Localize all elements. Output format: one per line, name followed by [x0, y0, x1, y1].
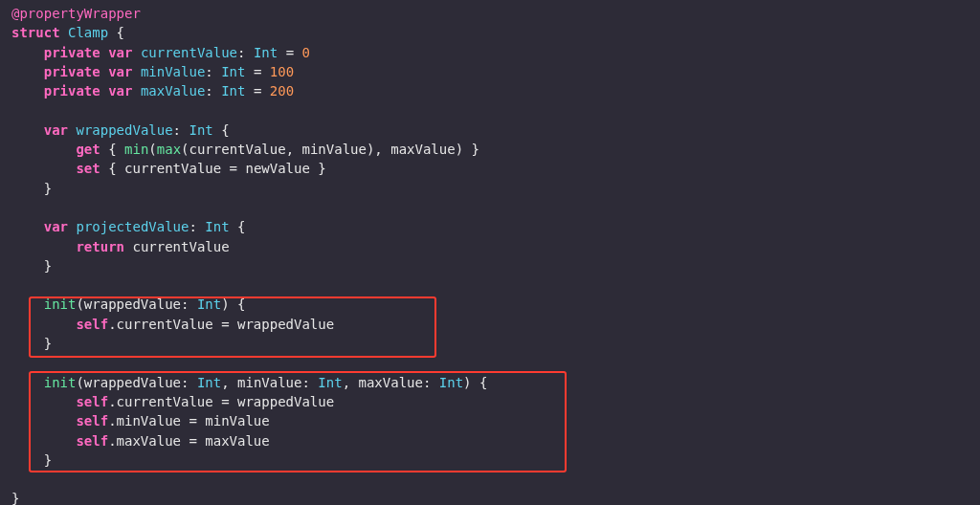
code-token: ) { — [463, 375, 487, 390]
code-token: { currentValue = newValue } — [108, 161, 326, 176]
code-token: currentValue — [132, 239, 229, 254]
code-token: : — [205, 64, 212, 79]
code-token: } — [44, 452, 52, 468]
code-token: } — [44, 181, 52, 196]
code-token: , minValue: — [221, 375, 310, 390]
code-token: 0 — [302, 45, 310, 60]
code-token: Int — [189, 122, 212, 138]
code-token: .currentValue = wrappedValue — [108, 317, 334, 332]
code-token: struct — [11, 25, 60, 40]
code-token: { — [221, 122, 229, 138]
code-token: currentValue — [141, 45, 237, 60]
code-token: , maxValue: — [343, 375, 432, 390]
code-token: Int — [221, 64, 245, 79]
code-token: } — [11, 491, 19, 505]
code-token: minValue — [141, 64, 205, 79]
code-token: Clamp — [68, 25, 108, 40]
code-token: } — [44, 336, 52, 351]
code-token: self — [76, 317, 108, 332]
code-token: @propertyWrapper — [11, 6, 141, 21]
code-token: = — [254, 83, 261, 99]
code-token: Int — [318, 375, 342, 390]
code-token: } — [44, 258, 52, 274]
code-token: : — [173, 122, 181, 138]
code-token: .currentValue = wrappedValue — [108, 394, 334, 409]
code-token: get — [76, 142, 100, 157]
code-token: { — [108, 142, 116, 157]
code-token: maxValue — [141, 83, 205, 99]
code-token: self — [76, 433, 108, 449]
code-token: private var — [44, 83, 133, 99]
code-token: Int — [205, 219, 229, 234]
code-token: Int — [439, 375, 463, 390]
code-token: var — [44, 219, 68, 234]
code-token: : — [205, 83, 212, 99]
code-token: private var — [44, 64, 133, 79]
code-token: wrappedValue — [76, 122, 172, 138]
code-token: projectedValue — [76, 219, 189, 234]
code-token: Int — [197, 375, 221, 390]
code-token: : — [189, 219, 196, 234]
code-token: = — [286, 45, 294, 60]
code-token: { — [237, 219, 245, 234]
code-token: max — [157, 142, 181, 157]
code-token: (wrappedValue: — [76, 296, 189, 312]
code-token: init — [44, 375, 77, 390]
code-token: { — [117, 25, 124, 40]
code-token: Int — [197, 296, 221, 312]
code-token: return — [76, 239, 124, 254]
code-token: init — [44, 296, 77, 312]
code-token: ( — [148, 142, 156, 157]
code-token: : — [237, 45, 245, 60]
code-token: Int — [254, 45, 278, 60]
code-token: set — [76, 161, 100, 176]
code-token: (wrappedValue: — [76, 375, 189, 390]
code-token: .minValue = minValue — [108, 413, 270, 428]
code-token: ) { — [221, 296, 245, 312]
code-token: Int — [221, 83, 245, 99]
code-token: .maxValue = maxValue — [108, 433, 270, 449]
code-block: @propertyWrapper struct Clamp { private … — [0, 0, 980, 505]
code-token: private var — [44, 45, 133, 60]
code-token: = — [254, 64, 261, 79]
code-token: min — [124, 142, 148, 157]
code-token: var — [44, 122, 68, 138]
code-token: (currentValue, minValue), maxValue) } — [181, 142, 479, 157]
code-token: self — [76, 413, 108, 428]
code-token: 200 — [270, 83, 294, 99]
code-token: self — [76, 394, 108, 409]
code-token: 100 — [270, 64, 294, 79]
